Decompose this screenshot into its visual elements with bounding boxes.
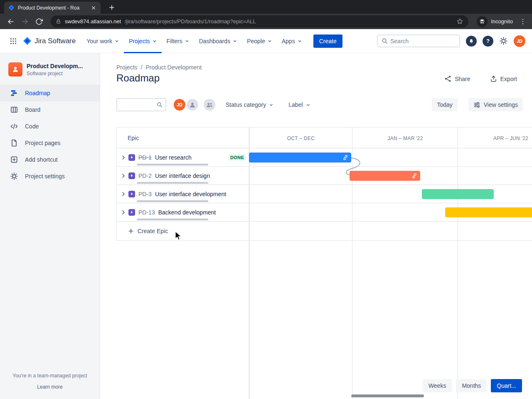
breadcrumb-projects-link[interactable]: Projects <box>116 64 138 71</box>
avatar-unassigned[interactable] <box>187 99 198 111</box>
assignee-avatars: JD <box>174 99 215 111</box>
epic-progress-bar <box>137 164 208 165</box>
user-avatar[interactable]: JD <box>514 35 525 47</box>
share-icon <box>444 75 452 83</box>
group-icon <box>206 101 213 108</box>
status-category-dropdown[interactable]: Status category <box>226 101 273 108</box>
epic-bar-pd-2[interactable] <box>350 171 420 181</box>
breadcrumb-separator: / <box>141 64 143 71</box>
browser-tab[interactable]: Product Development - Roa <box>4 2 101 14</box>
epic-progress-bar <box>137 219 208 220</box>
back-icon <box>7 17 15 26</box>
label-filter-label: Label <box>288 101 303 108</box>
roadmap-icon <box>10 89 18 97</box>
pages-icon <box>10 139 18 147</box>
notifications-icon[interactable] <box>466 36 477 47</box>
close-tab-icon[interactable] <box>91 5 96 11</box>
code-icon <box>10 122 18 131</box>
zoom-quarters-button[interactable]: Quart... <box>491 379 522 392</box>
zoom-months-button[interactable]: Months <box>456 379 487 392</box>
forward-button[interactable] <box>19 16 31 27</box>
chevron-right-icon[interactable] <box>120 191 127 197</box>
view-settings-button[interactable]: View settings <box>468 98 523 111</box>
address-bar[interactable]: swdev874.atlassian.net/jira/software/pro… <box>51 15 468 27</box>
project-header[interactable]: Product Developm... Software project <box>0 53 100 85</box>
add-people-button[interactable] <box>204 99 215 111</box>
learn-more-link[interactable]: Learn more <box>37 384 62 390</box>
chevron-right-icon[interactable] <box>120 154 127 161</box>
epic-key: PD-2 <box>138 172 152 179</box>
reload-button[interactable] <box>33 16 45 27</box>
chevron-down-icon <box>185 39 189 43</box>
nav-item-your-work[interactable]: Your work <box>81 29 124 53</box>
avatar-jd[interactable]: JD <box>174 99 185 111</box>
epic-bar-pd-13[interactable] <box>445 207 532 217</box>
sidebar-item-label: Project pages <box>25 140 61 146</box>
timeline-column-header: APR – JUN '22 <box>458 135 532 141</box>
url-path: /jira/software/projects/PD/boards/1/road… <box>125 18 256 25</box>
app-switcher-icon[interactable] <box>7 34 20 48</box>
project-type: Software project <box>27 71 83 76</box>
reload-icon <box>35 18 43 25</box>
link-icon[interactable] <box>342 155 348 160</box>
browser-tab-bar: Product Development - Roa <box>0 0 532 14</box>
jira-logo[interactable]: Jira Software <box>22 36 76 46</box>
help-icon[interactable]: ? <box>483 36 493 47</box>
epic-row-pd-2[interactable]: PD-2 User interface design <box>117 167 532 185</box>
new-tab-button[interactable] <box>107 3 116 12</box>
project-sidebar: Product Developm... Software project Roa… <box>0 53 100 399</box>
nav-item-label: Apps <box>282 38 295 44</box>
chevron-right-icon[interactable] <box>120 209 127 216</box>
plus-icon <box>128 228 134 234</box>
nav-item-dashboards[interactable]: Dashboards <box>194 29 242 53</box>
settings-gear-icon[interactable] <box>499 37 508 45</box>
nav-item-apps[interactable]: Apps <box>277 29 307 53</box>
export-button[interactable]: Export <box>490 75 517 83</box>
nav-item-label: Projects <box>129 38 150 44</box>
epic-table: Epic OCT – DEC JAN – MAR '22 APR – JUN '… <box>116 127 532 241</box>
global-search[interactable] <box>377 34 460 47</box>
roadmap-search[interactable] <box>116 98 166 111</box>
sidebar-item-roadmap[interactable]: Roadmap <box>0 85 100 101</box>
epic-key: PD-3 <box>138 191 152 197</box>
back-button[interactable] <box>5 16 17 27</box>
share-label: Share <box>455 76 470 82</box>
sidebar-item-label: Project settings <box>25 173 65 180</box>
timeline-zoom-control: Weeks Months Quart... <box>423 379 522 392</box>
search-icon <box>381 37 388 44</box>
nav-item-people[interactable]: People <box>242 29 277 53</box>
sidebar-item-project-settings[interactable]: Project settings <box>0 168 100 185</box>
nav-item-filters[interactable]: Filters <box>162 29 194 53</box>
view-settings-label: View settings <box>484 101 518 108</box>
create-button[interactable]: Create <box>313 34 342 48</box>
chevron-right-icon[interactable] <box>120 172 127 179</box>
status-category-label: Status category <box>226 101 266 108</box>
sidebar-item-code[interactable]: Code <box>0 118 100 135</box>
status-badge: DONE <box>229 154 246 161</box>
browser-menu-icon[interactable]: ⋮ <box>519 17 527 25</box>
project-settings-gear-icon <box>10 172 18 180</box>
chevron-down-icon <box>306 103 310 107</box>
sidebar-item-project-pages[interactable]: Project pages <box>0 135 100 151</box>
label-dropdown[interactable]: Label <box>288 101 310 108</box>
share-button[interactable]: Share <box>444 75 470 83</box>
project-title-block: Product Developm... Software project <box>27 63 83 76</box>
epic-progress-bar <box>137 200 208 202</box>
today-button[interactable]: Today <box>432 98 457 111</box>
chevron-down-icon <box>298 39 302 43</box>
breadcrumb-project-link[interactable]: Product Development <box>145 64 202 71</box>
epic-name: User interface design <box>155 172 210 179</box>
epic-type-icon <box>128 209 135 216</box>
bookmark-star-icon[interactable] <box>456 18 463 25</box>
epic-bar-pd-1[interactable] <box>249 153 351 163</box>
link-icon[interactable] <box>411 173 417 179</box>
sidebar-item-add-shortcut[interactable]: Add shortcut <box>0 151 100 168</box>
nav-item-projects[interactable]: Projects <box>124 29 162 53</box>
epic-key: PD-1 <box>138 154 152 161</box>
sidebar-item-label: Roadmap <box>25 90 50 96</box>
epic-bar-pd-3[interactable] <box>422 189 494 199</box>
sidebar-item-board[interactable]: Board <box>0 101 100 118</box>
zoom-weeks-button[interactable]: Weeks <box>423 379 452 392</box>
global-search-input[interactable] <box>378 35 459 47</box>
horizontal-scrollbar-thumb[interactable] <box>351 394 424 397</box>
